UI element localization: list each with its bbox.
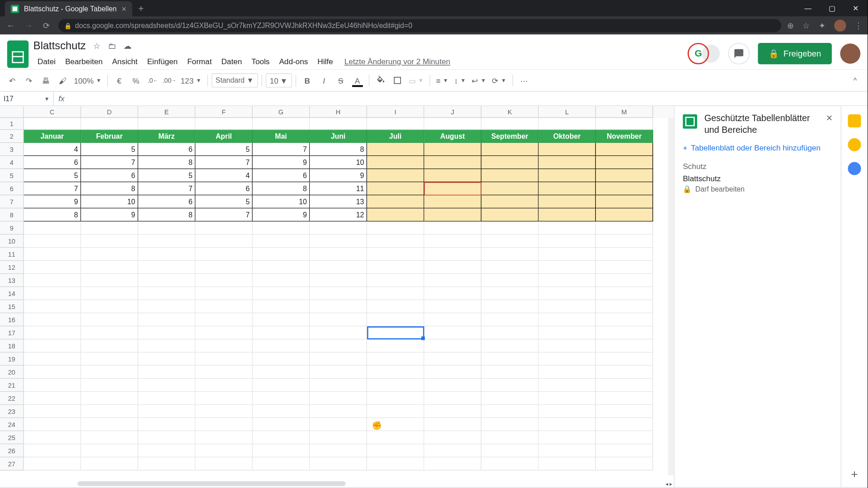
cell[interactable] xyxy=(424,274,481,287)
cell[interactable]: Oktober xyxy=(538,130,596,143)
cell[interactable] xyxy=(367,208,425,221)
cell[interactable]: 9 xyxy=(24,195,81,208)
row-header[interactable]: 15 xyxy=(0,300,24,313)
cell[interactable]: 10 xyxy=(81,195,138,208)
cell[interactable] xyxy=(253,339,310,352)
cell[interactable] xyxy=(195,118,253,130)
cell[interactable] xyxy=(138,379,196,392)
cell[interactable] xyxy=(81,235,138,248)
cell[interactable] xyxy=(367,379,425,392)
cell[interactable] xyxy=(253,366,310,379)
cell[interactable] xyxy=(481,313,539,326)
name-box[interactable]: I17▼ xyxy=(0,92,54,105)
cell[interactable] xyxy=(538,169,596,182)
menu-bearbeiten[interactable]: Bearbeiten xyxy=(61,56,107,67)
decrease-decimal-button[interactable]: .0← xyxy=(145,73,160,88)
cell[interactable] xyxy=(310,339,367,352)
cell[interactable] xyxy=(81,274,138,287)
cell[interactable] xyxy=(310,366,367,379)
move-icon[interactable]: 🗀 xyxy=(108,41,116,51)
cell[interactable] xyxy=(538,300,596,313)
cell[interactable]: 9 xyxy=(253,208,310,221)
cell[interactable] xyxy=(596,208,653,221)
cell[interactable] xyxy=(195,366,253,379)
column-header[interactable]: J xyxy=(424,106,481,118)
cell[interactable] xyxy=(253,457,310,470)
cell[interactable] xyxy=(596,326,653,339)
cell[interactable] xyxy=(424,444,481,457)
column-header[interactable]: I xyxy=(367,106,425,118)
keep2-icon[interactable] xyxy=(848,138,861,151)
cell[interactable] xyxy=(138,418,196,431)
cell[interactable]: 8 xyxy=(138,208,196,221)
cell[interactable] xyxy=(253,405,310,418)
comments-button[interactable] xyxy=(728,43,750,64)
cell[interactable]: 11 xyxy=(310,182,367,195)
cell[interactable]: 5 xyxy=(195,143,253,156)
row-header[interactable]: 13 xyxy=(0,274,24,287)
menu-format[interactable]: Format xyxy=(183,56,216,67)
cell[interactable] xyxy=(424,392,481,405)
cell[interactable] xyxy=(481,326,539,339)
column-header[interactable]: L xyxy=(538,106,596,118)
cell[interactable] xyxy=(195,274,253,287)
cell[interactable] xyxy=(596,457,653,470)
cell[interactable]: 9 xyxy=(81,208,138,221)
cell[interactable] xyxy=(481,118,539,130)
cell[interactable] xyxy=(424,208,481,221)
fill-color-button[interactable] xyxy=(373,73,388,88)
cell[interactable] xyxy=(24,235,81,248)
cell[interactable] xyxy=(310,405,367,418)
back-button[interactable]: ← xyxy=(5,21,17,30)
cell[interactable]: November xyxy=(596,130,653,143)
cell[interactable] xyxy=(24,287,81,300)
select-all-corner[interactable] xyxy=(0,106,24,118)
last-edit-link[interactable]: Letzte Änderung vor 2 Minuten xyxy=(344,57,450,66)
cell[interactable] xyxy=(481,392,539,405)
menu-tools[interactable]: Tools xyxy=(247,56,274,67)
column-header[interactable]: C xyxy=(24,106,81,118)
horizontal-scrollbar-track[interactable] xyxy=(24,480,662,487)
row-header[interactable]: 3 xyxy=(0,143,24,156)
borders-button[interactable] xyxy=(390,73,405,88)
row-header[interactable]: 2 xyxy=(0,130,24,143)
cell[interactable] xyxy=(195,313,253,326)
cell[interactable]: September xyxy=(481,130,539,143)
cell[interactable] xyxy=(367,444,425,457)
cell[interactable] xyxy=(195,221,253,235)
cell[interactable] xyxy=(596,235,653,248)
cell[interactable] xyxy=(81,313,138,326)
row-header[interactable]: 23 xyxy=(0,405,24,418)
cell[interactable] xyxy=(538,118,596,130)
cell[interactable] xyxy=(81,287,138,300)
cell[interactable] xyxy=(538,366,596,379)
row-header[interactable]: 6 xyxy=(0,182,24,195)
cell[interactable] xyxy=(367,392,425,405)
cell[interactable] xyxy=(24,392,81,405)
add-addon-button[interactable]: + xyxy=(851,468,858,481)
cell[interactable] xyxy=(253,300,310,313)
cell[interactable] xyxy=(596,169,653,182)
row-header[interactable]: 8 xyxy=(0,208,24,221)
cell[interactable] xyxy=(138,405,196,418)
cell[interactable]: 4 xyxy=(24,143,81,156)
collapse-toolbar-button[interactable]: ^ xyxy=(854,76,863,84)
cell[interactable] xyxy=(24,366,81,379)
url-input[interactable]: 🔒 docs.google.com/spreadsheets/d/1z4GXBe… xyxy=(58,19,781,32)
cell[interactable] xyxy=(538,405,596,418)
cell[interactable] xyxy=(24,300,81,313)
cell[interactable] xyxy=(481,169,539,182)
cell[interactable] xyxy=(367,195,425,208)
cell[interactable] xyxy=(596,143,653,156)
undo-button[interactable]: ↶ xyxy=(5,73,20,88)
sheets-logo-icon[interactable] xyxy=(7,41,28,68)
cell[interactable] xyxy=(538,208,596,221)
cell[interactable] xyxy=(138,221,196,235)
cell[interactable] xyxy=(24,418,81,431)
menu-addons[interactable]: Add-ons xyxy=(275,56,312,67)
cell[interactable] xyxy=(424,326,481,339)
cell[interactable] xyxy=(310,261,367,274)
cell[interactable]: 7 xyxy=(253,143,310,156)
text-color-button[interactable]: A xyxy=(349,73,365,88)
cell[interactable] xyxy=(596,339,653,352)
